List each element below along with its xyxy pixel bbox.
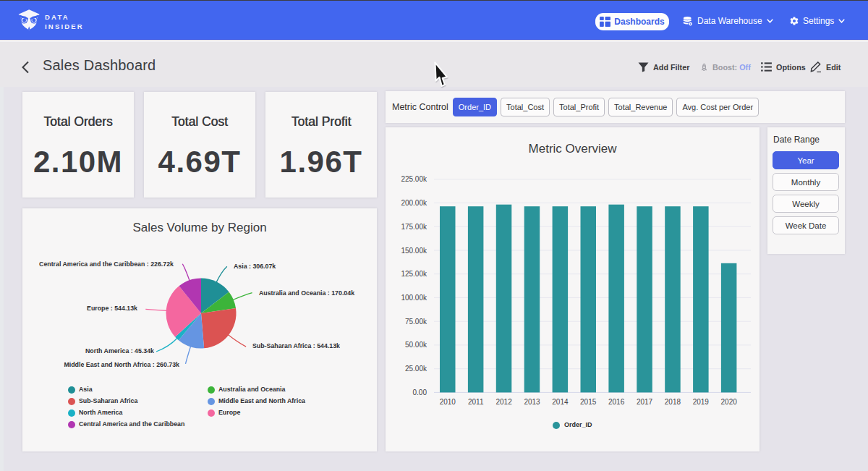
svg-text:2014: 2014 (552, 398, 569, 406)
svg-text:2017: 2017 (637, 398, 653, 406)
svg-text:2019: 2019 (693, 398, 710, 406)
svg-text:50.00k: 50.00k (405, 341, 427, 349)
svg-text:2010: 2010 (440, 398, 456, 406)
svg-text:125.00k: 125.00k (401, 270, 427, 278)
svg-text:25.00k: 25.00k (405, 365, 427, 373)
svg-text:200.00k: 200.00k (401, 199, 427, 207)
svg-text:225.00k: 225.00k (401, 175, 427, 183)
svg-text:175.00k: 175.00k (401, 223, 427, 231)
svg-text:2011: 2011 (468, 398, 484, 406)
svg-text:2018: 2018 (665, 398, 681, 406)
svg-text:2020: 2020 (721, 398, 738, 406)
svg-text:150.00k: 150.00k (401, 247, 427, 255)
svg-text:2013: 2013 (524, 398, 540, 406)
svg-text:2012: 2012 (495, 398, 512, 406)
svg-text:2016: 2016 (608, 398, 625, 406)
svg-text:75.00k: 75.00k (405, 318, 427, 326)
svg-text:0.00: 0.00 (413, 389, 427, 396)
svg-text:100.00k: 100.00k (401, 294, 427, 302)
svg-text:2015: 2015 (580, 398, 597, 406)
